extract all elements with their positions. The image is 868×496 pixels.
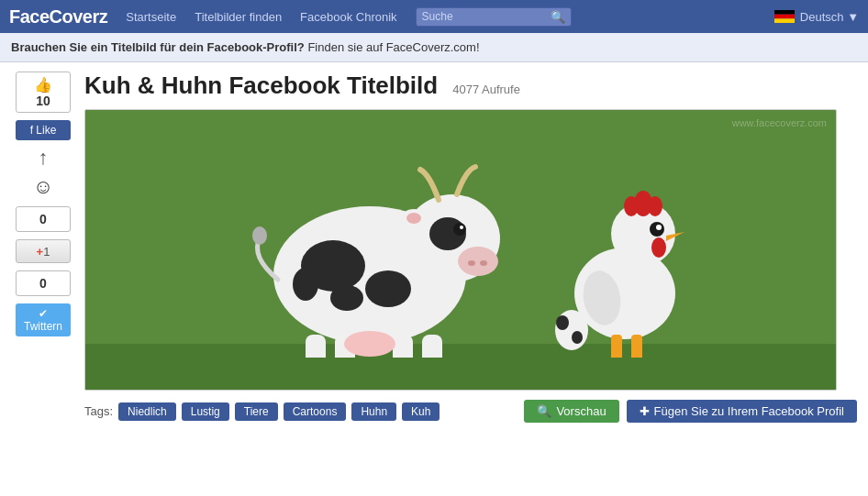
svg-rect-39 <box>611 335 622 358</box>
add-fb-button[interactable]: ✚ Fügen Sie zu Ihrem Facebook Profil <box>627 400 857 423</box>
content-area: 👍 10 f Like ↑ ☺ 0 +1 0 ✔ Twittern Kuh & … <box>0 62 868 432</box>
tag-niedlich[interactable]: Niedlich <box>118 402 176 421</box>
svg-point-14 <box>460 226 463 229</box>
tag-tiere[interactable]: Tiere <box>235 402 278 421</box>
sidebar: 👍 10 f Like ↑ ☺ 0 +1 0 ✔ Twittern <box>11 72 75 423</box>
search-icon: 🔍 <box>551 10 565 24</box>
nav-startseite[interactable]: Startseite <box>126 10 176 24</box>
svg-rect-0 <box>774 10 795 15</box>
tag-lustig[interactable]: Lustig <box>182 402 229 421</box>
tag-cartoons[interactable]: Cartoons <box>284 402 347 421</box>
site-logo[interactable]: FaceCoverz <box>9 6 107 28</box>
svg-rect-20 <box>422 335 442 358</box>
fb-plus-icon: ✚ <box>640 404 650 418</box>
zero-count-1: 0 <box>16 206 71 232</box>
nav-right: Deutsch ▼ <box>774 10 859 24</box>
promo-bar: Brauchen Sie ein Titelbild für dein Face… <box>0 33 868 62</box>
nav-links: Startseite Titelbilder finden Facebook C… <box>126 10 396 24</box>
svg-point-36 <box>651 237 666 258</box>
cow-image <box>232 147 507 358</box>
like-count-box: 👍 10 <box>16 72 71 113</box>
svg-point-5 <box>365 270 411 307</box>
tag-huhn[interactable]: Huhn <box>351 402 396 421</box>
preview-button[interactable]: 🔍 Vorschau <box>524 400 618 423</box>
svg-point-11 <box>468 260 475 266</box>
tags-label: Tags: <box>84 404 113 418</box>
promo-text-bold: Brauchen Sie ein Titelbild für dein Face… <box>11 40 305 54</box>
page-title: Kuh & Huhn Facebook Titelbild <box>84 72 438 100</box>
svg-point-25 <box>344 331 395 357</box>
nav-titelbilder[interactable]: Titelbilder finden <box>195 10 282 24</box>
watermark: www.facecoverz.com <box>732 117 827 128</box>
svg-point-7 <box>293 268 318 301</box>
smiley-icon: ☺ <box>33 175 53 199</box>
lang-selector[interactable]: Deutsch ▼ <box>800 10 859 24</box>
search-preview-icon: 🔍 <box>537 404 551 418</box>
svg-point-12 <box>480 260 487 266</box>
svg-rect-40 <box>631 335 642 358</box>
svg-point-10 <box>458 247 498 276</box>
view-count: 4077 Aufrufe <box>452 83 520 96</box>
svg-point-6 <box>330 285 363 311</box>
svg-point-34 <box>648 196 662 216</box>
svg-point-26 <box>252 226 267 245</box>
svg-rect-1 <box>774 15 795 19</box>
svg-rect-17 <box>306 335 326 358</box>
promo-text-rest: Finden sie auf FaceCoverz.com! <box>307 40 479 54</box>
fb-like-button[interactable]: f Like <box>16 120 71 140</box>
svg-point-13 <box>453 223 466 236</box>
chicken-image <box>556 174 694 358</box>
search-input[interactable] <box>422 10 551 23</box>
gplus-button[interactable]: +1 <box>16 239 71 263</box>
svg-point-38 <box>656 225 662 230</box>
search-box[interactable]: 🔍 <box>416 7 572 27</box>
svg-point-35 <box>624 196 639 216</box>
image-canvas: www.facecoverz.com <box>84 109 837 391</box>
flag-icon <box>774 10 795 23</box>
svg-point-16 <box>406 213 421 224</box>
zero-count-2: 0 <box>16 270 71 296</box>
navbar: FaceCoverz Startseite Titelbilder finden… <box>0 0 868 33</box>
thumb-icon: 👍 <box>34 76 52 94</box>
share-arrow-icon: ↑ <box>39 148 49 168</box>
main-area: Kuh & Huhn Facebook Titelbild 4077 Aufru… <box>84 72 857 423</box>
svg-rect-2 <box>774 18 795 23</box>
title-row: Kuh & Huhn Facebook Titelbild 4077 Aufru… <box>84 72 857 100</box>
nav-chronik[interactable]: Facebook Chronik <box>300 10 397 24</box>
tag-kuh[interactable]: Kuh <box>402 402 440 421</box>
twitter-button[interactable]: ✔ Twittern <box>16 303 71 336</box>
action-buttons: 🔍 Vorschau ✚ Fügen Sie zu Ihrem Facebook… <box>524 400 857 423</box>
tags-row: Tags: Niedlich Lustig Tiere Cartoons Huh… <box>84 400 857 423</box>
svg-rect-19 <box>393 335 413 358</box>
like-count: 10 <box>36 94 50 108</box>
